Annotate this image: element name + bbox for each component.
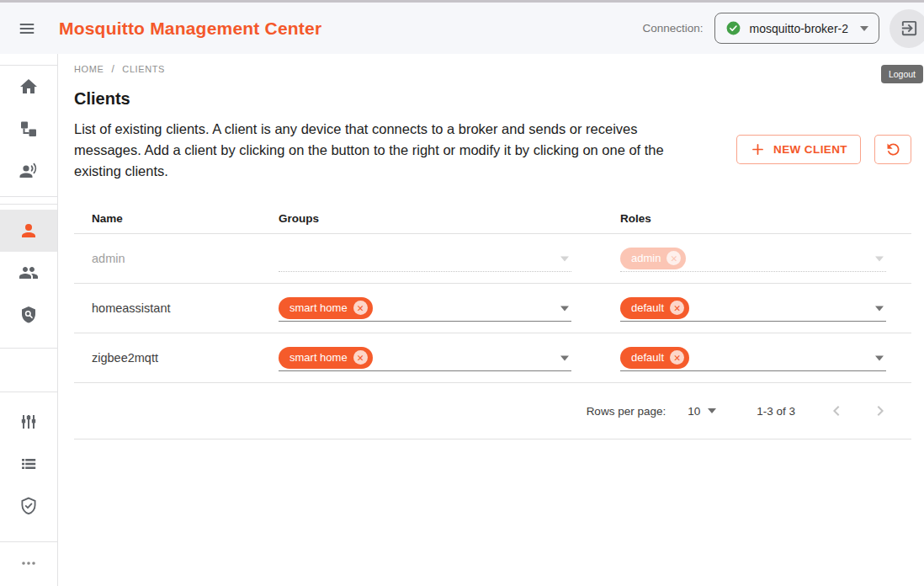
next-page-button[interactable] bbox=[869, 400, 891, 422]
column-header-name: Name bbox=[92, 212, 279, 225]
role-chip[interactable]: admin✕ bbox=[620, 248, 686, 269]
chip-label: smart home bbox=[289, 301, 348, 314]
home-icon bbox=[19, 77, 39, 97]
sidebar-item-settings[interactable] bbox=[0, 401, 57, 443]
roles-cell: default✕ bbox=[620, 295, 911, 322]
group-chip[interactable]: smart home✕ bbox=[279, 297, 373, 319]
sidebar-item-roles[interactable] bbox=[0, 294, 57, 336]
previous-page-button[interactable] bbox=[826, 400, 847, 422]
groups-select[interactable] bbox=[279, 245, 571, 272]
sidebar-divider bbox=[0, 392, 57, 392]
roles-chip-list: admin✕ bbox=[620, 248, 686, 269]
sidebar-item-logs[interactable] bbox=[0, 443, 57, 485]
more-ellipsis-icon bbox=[19, 553, 39, 573]
page-description: List of existing clients. A client is an… bbox=[74, 119, 701, 182]
policy-icon bbox=[19, 305, 39, 325]
main-content: HOME / CLIENTS Clients List of existing … bbox=[58, 54, 924, 440]
logout-button[interactable] bbox=[889, 9, 924, 48]
sidebar-item-security[interactable] bbox=[0, 485, 57, 527]
rows-per-page-value: 10 bbox=[688, 405, 700, 418]
breadcrumb: HOME / CLIENTS bbox=[74, 63, 911, 75]
roles-cell: default✕ bbox=[620, 344, 911, 371]
sidebar-item-groups[interactable] bbox=[0, 252, 57, 294]
list-icon bbox=[19, 454, 39, 474]
groups-select[interactable]: smart home✕ bbox=[279, 344, 571, 371]
sidebar-item-clients[interactable] bbox=[0, 210, 57, 252]
arrow-drop-down-icon[interactable] bbox=[875, 306, 884, 311]
sidebar-item-home[interactable] bbox=[0, 66, 57, 108]
arrow-drop-down-icon[interactable] bbox=[560, 256, 569, 261]
sidebar-divider bbox=[0, 204, 57, 205]
chip-label: default bbox=[631, 351, 664, 364]
rows-per-page-select[interactable]: 10 bbox=[688, 405, 716, 418]
role-chip[interactable]: default✕ bbox=[620, 347, 689, 369]
column-header-roles: Roles bbox=[620, 212, 911, 225]
pagination-bar: Rows per page: 10 1-3 of 3 bbox=[74, 383, 911, 440]
arrow-drop-down-icon bbox=[860, 26, 868, 31]
refresh-icon bbox=[884, 141, 902, 158]
menu-hamburger-icon[interactable] bbox=[15, 17, 39, 40]
cancel-icon[interactable]: ✕ bbox=[670, 301, 684, 315]
connection-label: Connection: bbox=[642, 22, 703, 35]
sidebar-divider bbox=[0, 196, 57, 197]
column-header-groups: Groups bbox=[279, 212, 620, 225]
sidebar-item-streams[interactable] bbox=[0, 150, 57, 192]
table-row[interactable]: homeassistant smart home✕ default✕ bbox=[74, 284, 911, 333]
refresh-button[interactable] bbox=[874, 135, 911, 164]
sidebar-item-more[interactable] bbox=[0, 542, 57, 584]
record-voice-over-icon bbox=[19, 161, 39, 181]
chevron-right-icon bbox=[870, 401, 890, 421]
page-title: Clients bbox=[74, 89, 911, 109]
chip-label: smart home bbox=[289, 351, 348, 364]
role-chip[interactable]: default✕ bbox=[620, 297, 689, 319]
connection-select[interactable]: mosquitto-broker-2 bbox=[714, 13, 880, 44]
connection-value: mosquitto-broker-2 bbox=[750, 22, 849, 35]
tune-icon bbox=[19, 412, 39, 432]
new-client-button-label: NEW CLIENT bbox=[773, 143, 847, 156]
groups-cell bbox=[279, 245, 620, 272]
sidebar-item-topology[interactable] bbox=[0, 108, 57, 150]
roles-select[interactable]: default✕ bbox=[620, 344, 886, 371]
arrow-drop-down-icon[interactable] bbox=[875, 256, 884, 261]
breadcrumb-home[interactable]: HOME bbox=[74, 64, 104, 74]
cancel-icon[interactable]: ✕ bbox=[666, 251, 681, 265]
client-name-cell[interactable]: homeassistant bbox=[92, 301, 279, 315]
cancel-icon[interactable]: ✕ bbox=[353, 301, 368, 315]
chevron-left-icon bbox=[826, 401, 847, 421]
breadcrumb-clients: CLIENTS bbox=[122, 64, 165, 74]
arrow-drop-down-icon[interactable] bbox=[875, 355, 884, 360]
groups-select[interactable]: smart home✕ bbox=[279, 295, 571, 322]
roles-chip-list: default✕ bbox=[620, 297, 689, 319]
groups-chip-list: smart home✕ bbox=[279, 297, 373, 319]
new-client-button[interactable]: NEW CLIENT bbox=[736, 135, 861, 164]
chip-label: admin bbox=[631, 252, 661, 264]
table-row[interactable]: admin admin✕ bbox=[74, 234, 911, 284]
exit-to-app-icon bbox=[900, 19, 919, 38]
topology-icon bbox=[19, 119, 39, 139]
sidebar bbox=[0, 54, 58, 586]
cancel-icon[interactable]: ✕ bbox=[353, 350, 368, 365]
roles-cell: admin✕ bbox=[620, 245, 911, 272]
table-row[interactable]: zigbee2mqtt smart home✕ default✕ bbox=[74, 333, 911, 383]
person-icon bbox=[19, 221, 39, 241]
roles-select[interactable]: admin✕ bbox=[620, 245, 886, 272]
people-icon bbox=[19, 263, 39, 283]
check-circle-icon bbox=[725, 20, 741, 36]
roles-select[interactable]: default✕ bbox=[620, 295, 886, 322]
app-bar: Mosquitto Management Center Connection: … bbox=[0, 3, 924, 54]
table-body: admin admin✕ homeassistant smart home✕ d… bbox=[74, 234, 911, 383]
rows-per-page-label: Rows per page: bbox=[587, 405, 666, 418]
groups-cell: smart home✕ bbox=[279, 295, 620, 322]
cancel-icon[interactable]: ✕ bbox=[670, 350, 684, 365]
pagination-range: 1-3 of 3 bbox=[757, 405, 795, 418]
group-chip[interactable]: smart home✕ bbox=[279, 347, 373, 369]
plus-icon bbox=[750, 141, 766, 157]
groups-chip-list: smart home✕ bbox=[279, 347, 373, 369]
client-name-cell[interactable]: zigbee2mqtt bbox=[92, 351, 279, 365]
table-header-row: Name Groups Roles bbox=[74, 204, 911, 234]
arrow-drop-down-icon[interactable] bbox=[560, 306, 569, 311]
arrow-drop-down-icon[interactable] bbox=[560, 355, 569, 360]
chip-label: default bbox=[631, 301, 664, 314]
breadcrumb-separator: / bbox=[111, 63, 114, 75]
client-name-cell[interactable]: admin bbox=[92, 252, 279, 265]
